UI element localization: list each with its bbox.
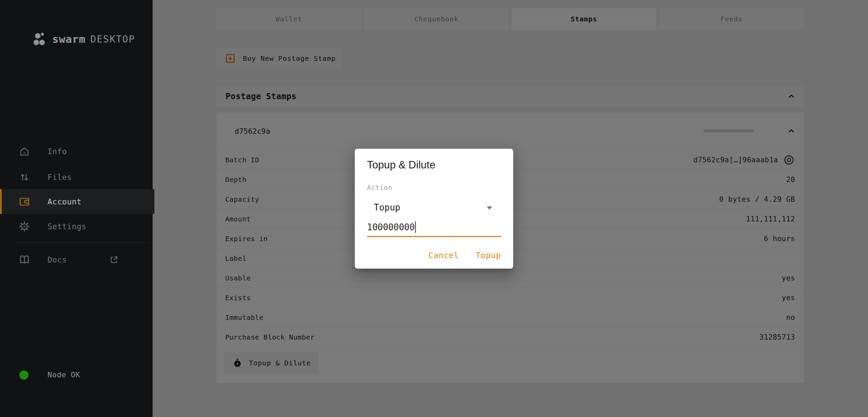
sidebar-item-account[interactable]: Account [0,189,154,214]
transfer-arrows-icon [19,172,30,183]
cancel-button[interactable]: Cancel [424,248,464,262]
sidebar-item-label: Files [47,173,72,182]
wallet-icon [19,196,30,207]
sidebar-item-info[interactable]: Info [0,139,153,164]
amount-input-value: 100000000 [367,222,415,232]
node-status-label: Node OK [47,370,80,379]
action-select[interactable]: Topup [367,200,501,216]
dialog-actions: Cancel Topup [424,248,506,262]
action-field-label: Action [367,184,392,191]
sidebar-item-files[interactable]: Files [0,165,153,189]
action-select-value: Topup [374,202,400,213]
input-focus-underline [367,236,501,237]
sidebar-item-label: Docs [47,255,67,264]
book-icon [19,254,30,265]
gear-icon [19,221,30,232]
sidebar-item-label: Info [47,147,67,156]
brand-name: swarm [52,33,85,45]
product-name: DESKTOP [90,34,135,45]
sidebar-divider [16,242,150,243]
chevron-down-icon [487,206,492,210]
app-logo: swarm DESKTOP [32,31,135,47]
sidebar-item-label: Account [47,197,81,206]
sidebar-item-docs[interactable]: Docs [0,248,153,272]
node-status-dot [19,370,28,380]
text-caret [415,221,416,233]
amount-input[interactable]: 100000000 [367,218,501,237]
node-status: Node OK [0,366,153,384]
swarm-hexagons-icon [32,31,47,47]
external-link-icon [109,255,119,265]
confirm-topup-button[interactable]: Topup [471,248,506,262]
sidebar-item-settings[interactable]: Settings [0,214,153,239]
home-icon [19,146,30,157]
sidebar-item-label: Settings [47,222,86,231]
dialog-title: Topup & Dilute [367,159,436,171]
topup-dilute-dialog: Topup & Dilute Action Topup 100000000 Ca… [355,149,513,269]
sidebar: swarm DESKTOP Info Files Account [0,0,153,417]
